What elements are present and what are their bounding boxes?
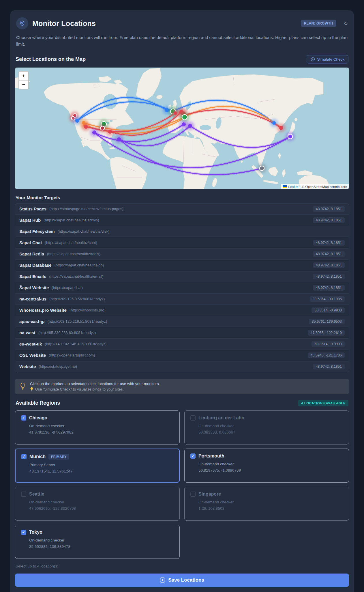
target-name: Sapat Hub bbox=[19, 218, 41, 223]
target-name: Status Pages bbox=[19, 206, 46, 211]
target-url: (https://sapat.chat) bbox=[52, 285, 83, 290]
target-url: (http://85.239.233.60:8081/readyz) bbox=[38, 330, 96, 335]
target-url: (https://sapat.chat/healthz/admin) bbox=[44, 218, 99, 222]
map-zoom-control: + − bbox=[18, 71, 29, 89]
region-card-portsmouth[interactable]: ✓PortsmouthOn-demand checker50.8197675, … bbox=[184, 449, 349, 483]
target-coords-badge: 48.9742, 8.1851 bbox=[313, 285, 345, 291]
target-row: Sapat Emails(https://sapat.chat/healthz/… bbox=[15, 271, 349, 282]
save-locations-label: Save Locations bbox=[168, 577, 204, 583]
map-marker[interactable] bbox=[84, 125, 88, 129]
region-card-chicago[interactable]: ✓ChicagoOn-demand checker41.8781136, -87… bbox=[15, 410, 180, 445]
region-name: Seattle bbox=[29, 492, 44, 497]
target-name: na-west bbox=[19, 330, 35, 335]
region-coords: 47.6062095, -122.3320708 bbox=[29, 506, 174, 511]
zoom-in-button[interactable]: + bbox=[19, 72, 28, 80]
region-coords: 1.29, 103.8503 bbox=[198, 506, 343, 511]
target-name: Sapat Emails bbox=[19, 274, 46, 279]
primary-badge: PRIMARY bbox=[48, 454, 69, 460]
target-coords-badge: 48.9742, 8.1851 bbox=[313, 240, 345, 246]
target-row: na-central-us(http://209.126.0.56:8081/r… bbox=[15, 293, 349, 305]
map-marker[interactable] bbox=[117, 137, 121, 141]
target-name: eu-west-uk bbox=[19, 341, 42, 346]
target-coords-badge: 48.9742, 8.1851 bbox=[313, 217, 345, 223]
region-card-limburg-an-der-lahn: Limburg an der LahnOn-demand checker50.3… bbox=[184, 410, 349, 445]
tip-line-2: Use "Simulate Check" to visualize pings … bbox=[30, 387, 160, 391]
plan-badge: PLAN: GROWTH bbox=[301, 20, 336, 27]
ukraine-flag-icon bbox=[283, 185, 287, 188]
map-marker[interactable] bbox=[174, 111, 177, 115]
map-section-head: Select Locations on the Map Simulate Che… bbox=[16, 55, 348, 64]
target-coords-badge: 48.9742, 8.1851 bbox=[313, 262, 345, 268]
regions-heading: Available Regions bbox=[16, 400, 60, 406]
refresh-icon[interactable]: ↻ bbox=[344, 20, 348, 27]
world-map[interactable]: + − Leaflet | © OpenStreetMap contributo… bbox=[15, 68, 349, 189]
map-marker[interactable] bbox=[272, 121, 276, 125]
map-marker[interactable] bbox=[182, 115, 187, 120]
map-section-heading: Select Locations on the Map bbox=[16, 56, 86, 62]
region-name: Portsmouth bbox=[198, 453, 224, 459]
region-card-munich[interactable]: ✓MunichPRIMARYPrimary Server48.1371541, … bbox=[15, 449, 180, 483]
target-row: Sapat Database(https://sapat.chat/health… bbox=[15, 259, 349, 271]
map-marker[interactable] bbox=[100, 126, 104, 130]
region-coords: 50.383333, 8.066667 bbox=[198, 430, 343, 434]
simulate-check-button[interactable]: Simulate Check bbox=[307, 55, 348, 64]
target-row: na-west(http://85.239.233.60:8081/readyz… bbox=[15, 327, 349, 338]
target-name: apac-east-jp bbox=[19, 319, 45, 324]
page-title: Monitor Locations bbox=[32, 19, 297, 28]
target-url: (https://whohosts.pro) bbox=[70, 308, 106, 312]
map-marker[interactable] bbox=[188, 124, 192, 128]
target-coords-badge: 45.5945, -121.1786 bbox=[308, 352, 345, 358]
region-name: Limburg an der Lahn bbox=[198, 415, 244, 421]
target-url: (http://103.125.216.51:8081/readyz) bbox=[48, 319, 107, 324]
target-row: Status Pages(https://statuspage.me/healt… bbox=[15, 203, 349, 214]
target-row: Šapat Website(https://sapat.chat)48.9742… bbox=[15, 282, 349, 293]
region-card-singapore: SingaporeOn-demand checker1.29, 103.8503 bbox=[184, 487, 349, 521]
target-url: (https://sapat.chat/healthz/email) bbox=[49, 274, 103, 279]
region-checkbox[interactable]: ✓ bbox=[190, 453, 196, 459]
region-name: Munich bbox=[29, 454, 46, 459]
target-coords-badge: 48.9742, 8.1851 bbox=[313, 364, 345, 369]
region-checkbox[interactable]: ✓ bbox=[21, 530, 26, 535]
region-checker-type: On-demand checker bbox=[29, 424, 174, 428]
region-coords: 48.1371541, 11.5761247 bbox=[29, 469, 173, 473]
region-name: Chicago bbox=[29, 415, 47, 421]
lightbulb-icon bbox=[20, 382, 26, 391]
target-name: OSL Website bbox=[19, 353, 46, 358]
target-coords-badge: 48.9742, 8.1851 bbox=[313, 206, 345, 212]
leaflet-link[interactable]: Leaflet bbox=[288, 185, 298, 188]
target-name: Sapat Chat bbox=[19, 240, 42, 245]
header: Monitor Locations PLAN: GROWTH ↻ bbox=[16, 17, 348, 29]
map-marker[interactable] bbox=[75, 119, 79, 123]
zoom-out-button[interactable]: − bbox=[19, 80, 28, 89]
target-name: Šapat Website bbox=[19, 285, 49, 290]
target-url: (http://209.126.0.56:8081/readyz) bbox=[49, 297, 105, 301]
region-checkbox[interactable]: ✓ bbox=[21, 415, 26, 421]
region-checkbox[interactable]: ✓ bbox=[21, 454, 27, 459]
region-card-tokyo[interactable]: ✓TokyoOn-demand checker35.652832, 139.83… bbox=[15, 525, 180, 559]
target-name: Website bbox=[19, 364, 36, 369]
target-url: (https://openstartuplist.com) bbox=[49, 353, 95, 357]
osm-attribution-link[interactable]: © OpenStreetMap contributors bbox=[302, 185, 347, 188]
target-row: Sapat Hub(https://sapat.chat/healthz/adm… bbox=[15, 214, 349, 226]
map-marker[interactable] bbox=[182, 122, 186, 126]
map-marker[interactable] bbox=[279, 126, 283, 130]
target-coords-badge: 48.9742, 8.1851 bbox=[313, 274, 345, 279]
target-row: OSL Website(https://openstartuplist.com)… bbox=[15, 350, 349, 361]
map-marker[interactable] bbox=[108, 130, 112, 134]
save-locations-button[interactable]: Save Locations bbox=[15, 574, 349, 587]
map-marker[interactable] bbox=[288, 134, 292, 139]
region-checkbox bbox=[21, 492, 26, 497]
simulate-check-label: Simulate Check bbox=[317, 57, 344, 61]
regions-grid: ✓ChicagoOn-demand checker41.8781136, -87… bbox=[15, 410, 349, 559]
target-url: (https://statuspage.me/healthz/status-pa… bbox=[49, 207, 123, 211]
monitor-locations-panel: Monitor Locations PLAN: GROWTH ↻ Choose … bbox=[10, 10, 354, 592]
target-name: na-central-us bbox=[19, 296, 46, 301]
attribution-separator: | bbox=[300, 185, 301, 188]
target-row: WhoHosts.pro Website(https://whohosts.pr… bbox=[15, 305, 349, 316]
region-coords: 41.8781136, -87.6297982 bbox=[29, 430, 174, 434]
regions-section-head: Available Regions 4 LOCATIONS AVAILABLE bbox=[16, 400, 348, 406]
target-url: (https://sapat.chat/healthz/disk) bbox=[58, 229, 110, 234]
region-checkbox bbox=[190, 415, 196, 421]
map-marker[interactable] bbox=[92, 130, 96, 135]
map-marker[interactable] bbox=[260, 166, 264, 171]
